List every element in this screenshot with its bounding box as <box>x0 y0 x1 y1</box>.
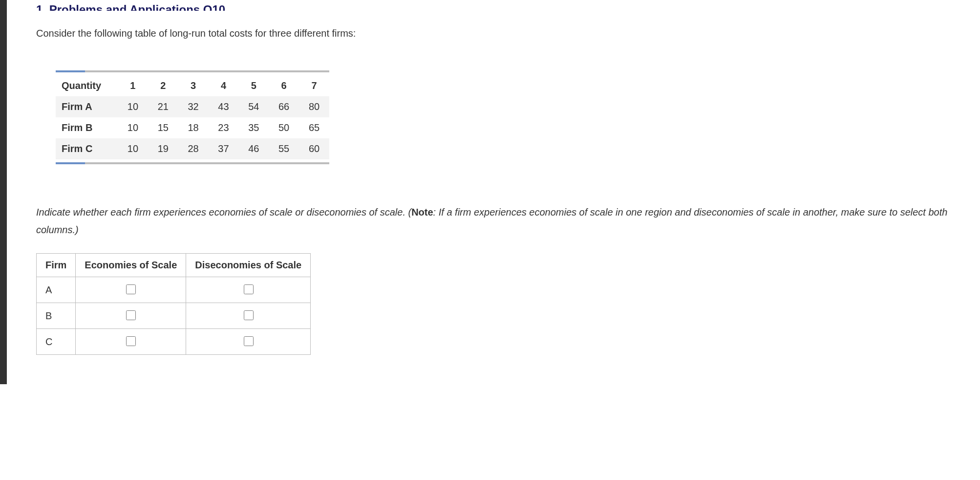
cost-data-table: Quantity 1 2 3 4 5 6 7 Firm A 10 21 32 4… <box>56 75 329 159</box>
page-container: 1. Problems and Applications Q10 Conside… <box>0 0 980 384</box>
table-row: Firm B 10 15 18 23 35 50 65 <box>56 117 329 138</box>
intro-paragraph: Consider the following table of long-run… <box>36 25 951 41</box>
answer-table: Firm Economies of Scale Diseconomies of … <box>36 253 311 355</box>
cell: 10 <box>118 96 148 117</box>
table-row: Firm C 10 19 28 37 46 55 60 <box>56 138 329 159</box>
cell: 32 <box>178 96 209 117</box>
firm-a-diseconomies-checkbox[interactable] <box>244 284 254 294</box>
table-top-rule <box>56 70 329 72</box>
firm-a-economies-checkbox[interactable] <box>126 284 136 294</box>
firm-b-diseconomies-cell <box>186 303 311 329</box>
cell: 54 <box>238 96 269 117</box>
cell: 35 <box>238 117 269 138</box>
col-header: 1 <box>118 75 148 96</box>
diseconomies-column-header: Diseconomies of Scale <box>186 254 311 277</box>
cell: 18 <box>178 117 209 138</box>
economies-column-header: Economies of Scale <box>76 254 186 277</box>
instruction-text-1: Indicate whether each firm experiences e… <box>36 207 411 218</box>
cell: 50 <box>269 117 299 138</box>
cell: 37 <box>209 138 239 159</box>
firm-b-label: B <box>37 303 76 329</box>
note-label: Note <box>411 207 433 218</box>
firm-a-diseconomies-cell <box>186 277 311 303</box>
firm-a-economies-cell <box>76 277 186 303</box>
instruction-paragraph: Indicate whether each firm experiences e… <box>36 203 951 239</box>
cell: 19 <box>148 138 178 159</box>
cell: 66 <box>269 96 299 117</box>
col-header: 6 <box>269 75 299 96</box>
firm-column-header: Firm <box>37 254 76 277</box>
cell: 60 <box>299 138 329 159</box>
cell: 28 <box>178 138 209 159</box>
answer-row-c: C <box>37 329 311 355</box>
cell: 55 <box>269 138 299 159</box>
firm-a-label: A <box>37 277 76 303</box>
firm-c-economies-checkbox[interactable] <box>126 336 136 346</box>
table-header-row: Quantity 1 2 3 4 5 6 7 <box>56 75 329 96</box>
data-table-container: Quantity 1 2 3 4 5 6 7 Firm A 10 21 32 4… <box>56 70 329 164</box>
firm-b-economies-checkbox[interactable] <box>126 310 136 320</box>
col-header: 7 <box>299 75 329 96</box>
cell: 65 <box>299 117 329 138</box>
firm-c-label: C <box>37 329 76 355</box>
answer-row-b: B <box>37 303 311 329</box>
col-header: 3 <box>178 75 209 96</box>
quantity-header: Quantity <box>56 75 118 96</box>
firm-c-economies-cell <box>76 329 186 355</box>
answer-header-row: Firm Economies of Scale Diseconomies of … <box>37 254 311 277</box>
cell: 10 <box>118 138 148 159</box>
table-bottom-rule <box>56 162 329 164</box>
firm-c-diseconomies-checkbox[interactable] <box>244 336 254 346</box>
cell: 80 <box>299 96 329 117</box>
cell: 43 <box>209 96 239 117</box>
firm-label: Firm B <box>56 117 118 138</box>
cell: 10 <box>118 117 148 138</box>
cell: 46 <box>238 138 269 159</box>
cell: 15 <box>148 117 178 138</box>
answer-row-a: A <box>37 277 311 303</box>
col-header: 2 <box>148 75 178 96</box>
firm-b-economies-cell <box>76 303 186 329</box>
firm-label: Firm C <box>56 138 118 159</box>
col-header: 5 <box>238 75 269 96</box>
firm-c-diseconomies-cell <box>186 329 311 355</box>
section-title-cutoff: 1. Problems and Applications Q10 <box>36 4 951 11</box>
table-row: Firm A 10 21 32 43 54 66 80 <box>56 96 329 117</box>
firm-b-diseconomies-checkbox[interactable] <box>244 310 254 320</box>
cell: 21 <box>148 96 178 117</box>
col-header: 4 <box>209 75 239 96</box>
firm-label: Firm A <box>56 96 118 117</box>
cell: 23 <box>209 117 239 138</box>
